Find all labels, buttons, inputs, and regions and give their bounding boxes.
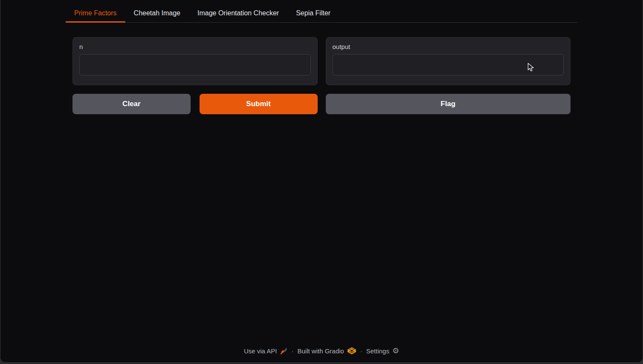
- gradio-logo-icon: [347, 347, 356, 355]
- footer: Use via API · Built with Gradio ·: [0, 347, 643, 355]
- footer-separator: ·: [291, 347, 293, 355]
- app-window: Prime Factors Cheetah Image Image Orient…: [0, 0, 643, 363]
- clear-button[interactable]: Clear: [72, 94, 191, 114]
- tab-cheetah-image[interactable]: Cheetah Image: [125, 4, 189, 23]
- gradio-app: Prime Factors Cheetah Image Image Orient…: [66, 0, 577, 114]
- tab-bar: Prime Factors Cheetah Image Image Orient…: [66, 4, 577, 23]
- output-label: output: [333, 43, 564, 50]
- input-panel: n: [72, 37, 318, 85]
- output-column: output Flag: [326, 37, 571, 114]
- output-textbox[interactable]: [333, 54, 564, 75]
- tab-image-orientation-checker[interactable]: Image Orientation Checker: [189, 4, 287, 23]
- submit-button[interactable]: Submit: [200, 94, 318, 114]
- input-column: n Clear Submit: [72, 37, 318, 114]
- flag-button[interactable]: Flag: [326, 94, 571, 114]
- tab-sepia-filter[interactable]: Sepia Filter: [287, 4, 339, 23]
- n-input[interactable]: [79, 54, 311, 75]
- use-via-api-link[interactable]: Use via API: [244, 347, 288, 355]
- gear-icon: ⚙: [392, 347, 399, 355]
- built-with-gradio-link[interactable]: Built with Gradio: [297, 347, 356, 355]
- settings-link[interactable]: Settings ⚙: [366, 347, 399, 355]
- tab-prime-factors[interactable]: Prime Factors: [66, 4, 125, 23]
- footer-separator: ·: [360, 347, 362, 355]
- input-label: n: [79, 43, 311, 50]
- tab-content-prime-factors: n Clear Submit output Flag: [66, 23, 577, 114]
- rocket-icon: [280, 347, 287, 355]
- output-panel: output: [326, 37, 571, 85]
- use-via-api-label: Use via API: [244, 347, 277, 355]
- built-with-gradio-label: Built with Gradio: [297, 347, 344, 355]
- settings-label: Settings: [366, 347, 389, 355]
